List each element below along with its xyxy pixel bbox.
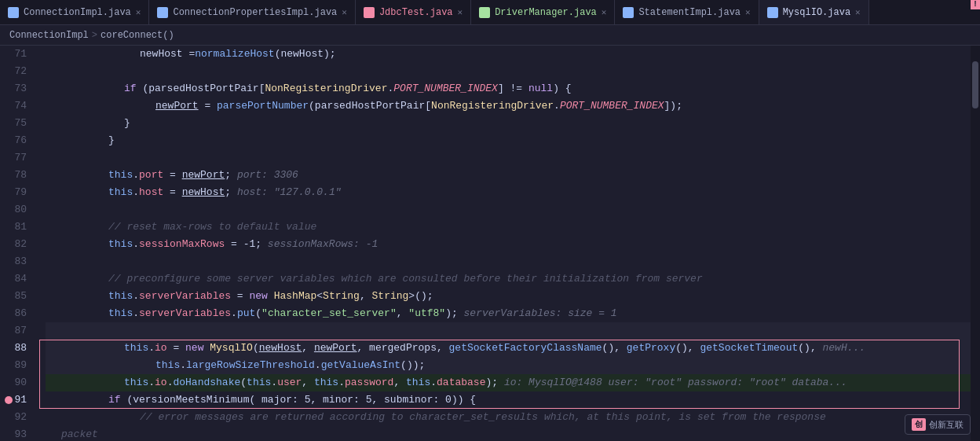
close-icon[interactable]: ✕ (745, 7, 751, 17)
code-container: 71 72 73 74 75 76 77 78 79 80 81 82 83 8… (0, 46, 980, 441)
java-icon (623, 7, 634, 18)
code-area[interactable]: newHost = normalizeHost(newHost); if (pa… (39, 46, 971, 441)
tab-connectionimpl[interactable]: ConnectionImpl.java ✕ (0, 0, 149, 25)
tab-drivermanager[interactable]: DriverManager.java ✕ (471, 0, 615, 25)
code-line-76: } (46, 115, 971, 132)
code-line-85: // preconfigure some server variables wh… (46, 270, 971, 288)
code-line-72 (46, 63, 971, 80)
tab-label: StatementImpl.java (638, 7, 740, 18)
tab-label: JdbcTest.java (379, 7, 453, 18)
jdbc-icon (364, 7, 375, 18)
ln-78: 78 (0, 167, 33, 184)
watermark-text: 创新互联 (929, 419, 964, 431)
ln-88: 88 (0, 340, 33, 357)
code-line-88 (46, 322, 971, 340)
code-line-78 (46, 149, 971, 167)
code-line-79: this.port = newPort; port: 3306 (46, 167, 971, 184)
close-icon[interactable]: ✕ (342, 7, 347, 17)
tab-label: ConnectionPropertiesImpl.java (173, 7, 337, 18)
watermark-icon: 创 (912, 418, 926, 431)
tab-connpropsimpl[interactable]: ConnectionPropertiesImpl.java ✕ (149, 0, 355, 25)
code-line-86: this.serverVariables = new HashMap<Strin… (46, 288, 971, 305)
java-icon (767, 7, 778, 18)
java-icon (8, 7, 19, 18)
ln-87: 87 (0, 322, 33, 340)
breadcrumb: ConnectionImpl > coreConnect() (0, 25, 980, 46)
scrollbar-thumb[interactable] (972, 61, 978, 108)
code-line-93: // error messages are returned according… (46, 409, 971, 426)
line-numbers: 71 72 73 74 75 76 77 78 79 80 81 82 83 8… (0, 46, 39, 441)
ln-91: 91 (0, 391, 33, 409)
code-line-91: this.io.doHandshake(this.user, this.pass… (46, 374, 971, 391)
close-icon[interactable]: ✕ (136, 7, 141, 17)
ln-72: 72 (0, 63, 33, 80)
ln-86: 86 (0, 305, 33, 322)
code-line-90: this.largeRowSizeThreshold.getValueAsInt… (46, 357, 971, 374)
close-icon[interactable]: ✕ (602, 7, 607, 17)
ln-80: 80 (0, 201, 33, 219)
ln-73: 73 (0, 80, 33, 97)
breadcrumb-sep: > (92, 30, 97, 41)
error-marker: ! (971, 0, 980, 9)
ln-79: 79 (0, 184, 33, 201)
tab-label: MysqlIO.java (783, 7, 850, 18)
code-line-84 (46, 253, 971, 270)
breadcrumb-part2: coreConnect() (101, 30, 174, 41)
driver-icon (479, 7, 490, 18)
code-line-82: // reset max-rows to default value (46, 219, 971, 236)
ln-83: 83 (0, 253, 33, 270)
java-icon (157, 7, 168, 18)
ln-77: 77 (0, 149, 33, 167)
ln-76: 76 (0, 132, 33, 149)
tab-label: ConnectionImpl.java (24, 7, 131, 18)
code-line-77: } (46, 132, 971, 149)
ln-93: 93 (0, 426, 33, 441)
code-line-73: if (parsedHostPortPair[NonRegisteringDri… (46, 80, 971, 97)
ln-90: 90 (0, 374, 33, 391)
breadcrumb-part1: ConnectionImpl (9, 30, 89, 41)
ln-89: 89 (0, 357, 33, 374)
code-line-83: this.sessionMaxRows = -1; sessionMaxRows… (46, 236, 971, 253)
code-line-92: if (versionMeetsMinimum( major: 5, minor… (46, 391, 971, 409)
code-line-94: packet (46, 426, 971, 441)
close-icon[interactable]: ✕ (855, 7, 861, 17)
tab-mysqlio[interactable]: MysqlIO.java ✕ (759, 0, 869, 25)
code-line-80: this.host = newHost; host: "127.0.0.1" (46, 184, 971, 201)
close-icon[interactable]: ✕ (458, 7, 463, 17)
code-line-81 (46, 201, 971, 219)
tab-jdbctest[interactable]: JdbcTest.java ✕ (356, 0, 471, 25)
ln-75: 75 (0, 115, 33, 132)
ln-71: 71 (0, 46, 33, 63)
ln-82: 82 (0, 236, 33, 253)
ln-84: 84 (0, 270, 33, 288)
ln-92: 92 (0, 409, 33, 426)
code-line-89: this.io = new MysqlIO(newHost, newPort, … (46, 340, 971, 357)
scrollbar-vertical[interactable] (971, 46, 980, 441)
ln-85: 85 (0, 288, 33, 305)
tab-bar: ConnectionImpl.java ✕ ConnectionProperti… (0, 0, 980, 25)
ln-81: 81 (0, 219, 33, 236)
code-line-87: this.serverVariables.put("character_set_… (46, 305, 971, 322)
ln-74: 74 (0, 97, 33, 115)
tab-label: DriverManager.java (495, 7, 597, 18)
watermark: 创 创新互联 (905, 414, 971, 435)
code-line-71: newHost = normalizeHost(newHost); (46, 46, 971, 63)
code-line-75: newPort = parsePortNumber(parsedHostPort… (46, 97, 971, 115)
tab-statementimpl[interactable]: StatementImpl.java ✕ (615, 0, 759, 25)
